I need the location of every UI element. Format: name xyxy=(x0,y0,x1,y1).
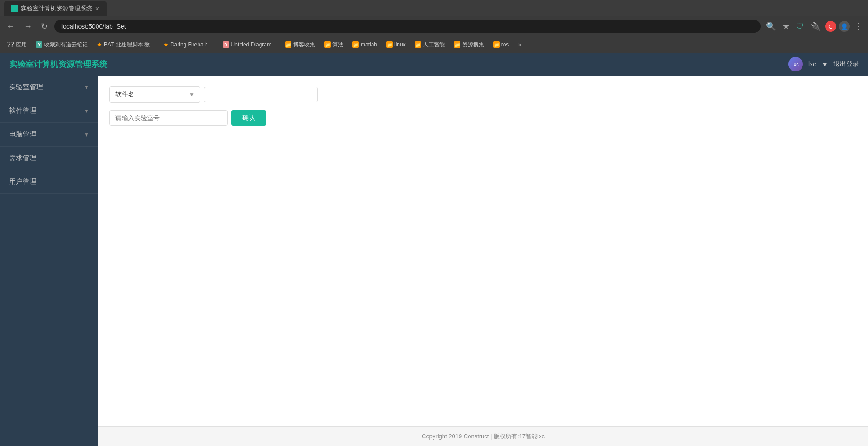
extension-icon[interactable]: 🔌 xyxy=(809,20,822,33)
ros-favicon: 📁 xyxy=(493,41,500,48)
filter-row-2: 确认 xyxy=(109,110,857,126)
bookmark-ai-label: 人工智能 xyxy=(423,41,445,49)
more-menu-icon[interactable]: ⋮ xyxy=(853,20,864,33)
app-header: 实验室计算机资源管理系统 lxc lxc ▼ 退出登录 xyxy=(0,53,868,76)
reload-button[interactable]: ↻ xyxy=(38,20,51,33)
main-content: 软件名 ▼ 确认 Copyright 2019 Construct | 版权所有… xyxy=(98,76,868,446)
bookmark-ai[interactable]: 📁 人工智能 xyxy=(411,39,449,51)
sidebar-label-computer-mgmt: 电脑管理 xyxy=(9,130,36,139)
untitled-favicon: D xyxy=(223,41,229,48)
youdao-favicon: Y xyxy=(36,41,42,48)
username-label: lxc xyxy=(808,61,816,68)
tab-close-button[interactable]: ✕ xyxy=(95,5,100,12)
sidebar-item-software-mgmt[interactable]: 软件管理 ▼ xyxy=(0,99,98,123)
copyright-text: Copyright 2019 Construct | 版权所有:17智能lxc xyxy=(422,433,545,440)
browser-toolbar: ← → ↻ 🔍 ★ 🛡 🔌 C 👤 ⋮ xyxy=(0,16,868,36)
chevron-down-icon-lab: ▼ xyxy=(84,84,89,91)
sidebar-label-software-mgmt: 软件管理 xyxy=(9,106,36,115)
tab-title: 实验室计算机资源管理系统 xyxy=(21,5,92,13)
shield-icon[interactable]: 🛡 xyxy=(794,20,806,33)
avatar: lxc xyxy=(788,57,803,71)
bookmark-bat[interactable]: ★ BAT 批处理脚本 教... xyxy=(93,39,158,51)
bat-star-icon: ★ xyxy=(97,41,102,48)
daring-star-icon: ★ xyxy=(163,41,168,48)
address-bar[interactable] xyxy=(54,20,761,33)
bookmark-linux[interactable]: 📁 linux xyxy=(383,40,409,50)
bookmark-resource[interactable]: 📁 资源搜集 xyxy=(450,39,488,51)
software-name-select-label: 软件名 xyxy=(115,91,134,99)
app-title: 实验室计算机资源管理系统 xyxy=(9,59,107,70)
algo-favicon: 📁 xyxy=(324,41,331,48)
bookmark-daring-label: Daring Fireball: ... xyxy=(170,41,214,48)
search-icon[interactable]: 🔍 xyxy=(764,20,778,33)
lab-number-input[interactable] xyxy=(109,110,228,126)
user-dropdown-icon[interactable]: ▼ xyxy=(822,61,828,68)
content-area: 软件名 ▼ 确认 xyxy=(98,76,868,426)
apps-grid-icon: ⁇ xyxy=(7,41,14,49)
sidebar-item-computer-mgmt[interactable]: 电脑管理 ▼ xyxy=(0,123,98,147)
filter-row-1: 软件名 ▼ xyxy=(109,86,857,103)
sidebar-item-lab-mgmt[interactable]: 实验室管理 ▼ xyxy=(0,76,98,99)
bookmark-matlab[interactable]: 📁 matlab xyxy=(349,40,381,50)
bookmark-apps[interactable]: ⁇ 应用 xyxy=(4,39,31,51)
tab-favicon xyxy=(11,5,18,12)
sidebar-label-lab-mgmt: 实验室管理 xyxy=(9,83,43,91)
bookmark-untitled[interactable]: D Untitled Diagram... xyxy=(219,40,280,50)
bookmark-more[interactable]: » xyxy=(514,40,525,50)
confirm-button[interactable]: 确认 xyxy=(231,110,266,126)
chevron-down-icon-computer: ▼ xyxy=(84,132,89,138)
bookmark-star-icon[interactable]: ★ xyxy=(781,20,791,33)
sidebar-label-demand-mgmt: 需求管理 xyxy=(9,154,36,162)
bookmark-youdao-label: 收藏到有道云笔记 xyxy=(44,41,88,49)
footer: Copyright 2019 Construct | 版权所有:17智能lxc xyxy=(98,426,868,446)
linux-favicon: 📁 xyxy=(386,41,393,48)
back-button[interactable]: ← xyxy=(4,20,17,33)
logout-button[interactable]: 退出登录 xyxy=(833,60,859,68)
bookmark-algo-label: 算法 xyxy=(332,41,343,49)
bookmark-daring[interactable]: ★ Daring Fireball: ... xyxy=(160,40,217,50)
toolbar-icons: 🔍 ★ 🛡 🔌 C 👤 ⋮ xyxy=(764,20,864,33)
software-name-input[interactable] xyxy=(204,87,318,102)
forward-button[interactable]: → xyxy=(21,20,35,33)
matlab-favicon: 📁 xyxy=(352,41,359,48)
profile-icon[interactable]: C xyxy=(825,21,836,32)
user-area: lxc lxc ▼ 退出登录 xyxy=(788,57,859,71)
active-tab[interactable]: 实验室计算机资源管理系统 ✕ xyxy=(4,1,107,16)
avatar-initials: lxc xyxy=(792,61,798,67)
bookmark-resource-label: 资源搜集 xyxy=(462,41,484,49)
sidebar-label-user-mgmt: 用户管理 xyxy=(9,177,36,186)
bookmark-apps-label: 应用 xyxy=(16,41,27,49)
browser-chrome: 实验室计算机资源管理系统 ✕ ← → ↻ 🔍 ★ 🛡 🔌 C 👤 ⋮ ⁇ 应用 … xyxy=(0,0,868,53)
bookmark-youdao[interactable]: Y 收藏到有道云笔记 xyxy=(32,39,92,51)
app-body: 实验室管理 ▼ 软件管理 ▼ 电脑管理 ▼ 需求管理 用户管理 xyxy=(0,76,868,446)
bookmark-untitled-label: Untitled Diagram... xyxy=(231,41,276,48)
resource-favicon: 📁 xyxy=(454,41,460,48)
sidebar-item-user-mgmt[interactable]: 用户管理 xyxy=(0,170,98,194)
browser-tabs: 实验室计算机资源管理系统 ✕ xyxy=(0,0,868,16)
bookmark-algo[interactable]: 📁 算法 xyxy=(321,39,347,51)
ai-favicon: 📁 xyxy=(415,41,421,48)
select-dropdown-icon: ▼ xyxy=(189,91,194,98)
bookmark-ros[interactable]: 📁 ros xyxy=(490,40,513,50)
bookmark-linux-label: linux xyxy=(394,41,406,48)
bookmark-boke-label: 博客收集 xyxy=(293,41,315,49)
bookmark-ros-label: ros xyxy=(501,41,509,48)
bookmark-matlab-label: matlab xyxy=(361,41,377,48)
sidebar-item-demand-mgmt[interactable]: 需求管理 xyxy=(0,147,98,170)
sidebar: 实验室管理 ▼ 软件管理 ▼ 电脑管理 ▼ 需求管理 用户管理 xyxy=(0,76,98,446)
bookmarks-bar: ⁇ 应用 Y 收藏到有道云笔记 ★ BAT 批处理脚本 教... ★ Darin… xyxy=(0,36,868,53)
chevron-down-icon-software: ▼ xyxy=(84,108,89,114)
software-name-select[interactable]: 软件名 ▼ xyxy=(109,86,200,103)
bookmark-bat-label: BAT 批处理脚本 教... xyxy=(104,41,154,49)
app-wrapper: 实验室计算机资源管理系统 lxc lxc ▼ 退出登录 实验室管理 ▼ 软件管理… xyxy=(0,53,868,446)
bookmark-bokecollect[interactable]: 📁 博客收集 xyxy=(281,39,319,51)
account-icon[interactable]: 👤 xyxy=(839,21,850,32)
boke-favicon: 📁 xyxy=(285,41,291,48)
